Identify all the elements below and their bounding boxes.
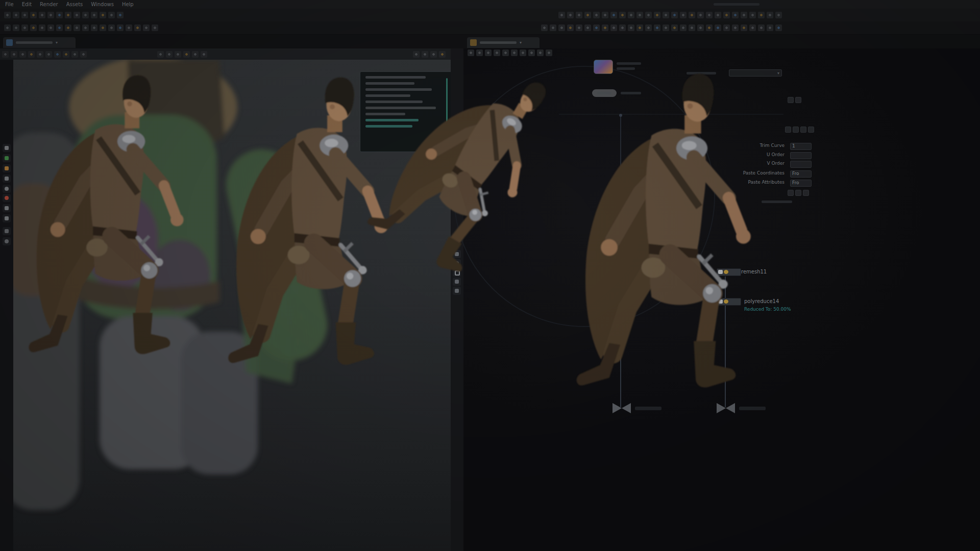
preset-dropdown[interactable]: ▾ bbox=[729, 69, 782, 77]
viewport-tool-icon[interactable] bbox=[54, 51, 61, 58]
select-tool-icon[interactable] bbox=[3, 144, 11, 152]
param-value-trim-curve[interactable]: 1 bbox=[790, 143, 812, 150]
menu-assets[interactable]: Assets bbox=[66, 2, 83, 7]
viewport-tool-icon[interactable] bbox=[157, 51, 164, 58]
pane-tab-scene-view[interactable]: ▾ bbox=[3, 37, 76, 48]
shelf-icon[interactable] bbox=[715, 24, 721, 31]
menu-render[interactable]: Render bbox=[40, 2, 58, 7]
menu-help[interactable]: Help bbox=[122, 2, 134, 7]
param-icon[interactable] bbox=[788, 97, 794, 103]
shelf-icon[interactable] bbox=[758, 12, 765, 18]
shelf-icon[interactable] bbox=[56, 12, 63, 18]
shelf-icon[interactable] bbox=[108, 24, 115, 31]
shelf-icon[interactable] bbox=[758, 24, 765, 31]
viewport-tool-icon[interactable] bbox=[175, 51, 181, 58]
move-tool-icon[interactable] bbox=[3, 154, 11, 162]
shelf-icon[interactable] bbox=[741, 24, 747, 31]
shelf-icon[interactable] bbox=[732, 24, 739, 31]
character-tool-icon[interactable] bbox=[3, 237, 11, 245]
menu-edit[interactable]: Edit bbox=[22, 2, 32, 7]
viewport-tool-icon[interactable] bbox=[2, 51, 9, 58]
shelf-icon[interactable] bbox=[100, 12, 106, 18]
shelf-icon[interactable] bbox=[65, 12, 71, 18]
display-options-hud[interactable] bbox=[360, 71, 451, 152]
shelf-icon[interactable] bbox=[13, 24, 19, 31]
magnet-tool-icon[interactable] bbox=[3, 214, 11, 222]
param-icon[interactable] bbox=[808, 127, 814, 133]
shelf-icon[interactable] bbox=[602, 12, 608, 18]
shelf-icon[interactable] bbox=[558, 24, 565, 31]
shelf-icon[interactable] bbox=[715, 12, 721, 18]
shelf-icon[interactable] bbox=[108, 12, 115, 18]
shelf-icon[interactable] bbox=[576, 24, 582, 31]
shelf-icon[interactable] bbox=[610, 12, 617, 18]
viewport-tool-icon[interactable] bbox=[71, 51, 78, 58]
shelf-icon[interactable] bbox=[126, 24, 132, 31]
shelf-icon[interactable] bbox=[636, 24, 643, 31]
shelf-icon[interactable] bbox=[91, 24, 97, 31]
shelf-icon[interactable] bbox=[39, 24, 45, 31]
shelf-icon[interactable] bbox=[663, 12, 669, 18]
viewport-tool-icon[interactable] bbox=[28, 51, 35, 58]
current-node-icon[interactable] bbox=[594, 60, 613, 74]
shelf-icon[interactable] bbox=[697, 12, 704, 18]
snap-tool-icon[interactable] bbox=[3, 194, 11, 202]
param-icon[interactable] bbox=[793, 127, 799, 133]
shelf-icon[interactable] bbox=[602, 24, 608, 31]
param-value-paste-attributes[interactable]: Fro bbox=[790, 180, 812, 187]
shelf-icon[interactable] bbox=[697, 24, 704, 31]
shelf-icon[interactable] bbox=[671, 24, 678, 31]
remesh11-node[interactable] bbox=[717, 268, 741, 276]
shelf-icon[interactable] bbox=[47, 12, 54, 18]
shelf-icon[interactable] bbox=[91, 12, 97, 18]
shelf-icon[interactable] bbox=[593, 12, 600, 18]
shelf-icon[interactable] bbox=[767, 12, 773, 18]
shelf-icon[interactable] bbox=[663, 24, 669, 31]
shelf-icon[interactable] bbox=[74, 24, 80, 31]
shelf-icon[interactable] bbox=[775, 24, 782, 31]
shelf-icon[interactable] bbox=[584, 24, 591, 31]
shelf-icon[interactable] bbox=[65, 24, 71, 31]
shelf-icon[interactable] bbox=[680, 12, 687, 18]
shelf-icon[interactable] bbox=[82, 12, 89, 18]
shelf-icon[interactable] bbox=[671, 12, 678, 18]
shelf-icon[interactable] bbox=[74, 12, 80, 18]
shelf-icon[interactable] bbox=[584, 12, 591, 18]
shelf-icon[interactable] bbox=[706, 24, 713, 31]
node-display-badge[interactable] bbox=[718, 270, 723, 274]
pose-tool-icon[interactable] bbox=[3, 174, 11, 183]
shelf-icon[interactable] bbox=[767, 24, 773, 31]
viewport-3d[interactable] bbox=[13, 60, 451, 551]
shelf-icon[interactable] bbox=[567, 24, 574, 31]
shelf-icon[interactable] bbox=[741, 12, 747, 18]
param-icon[interactable] bbox=[785, 127, 791, 133]
shelf-icon[interactable] bbox=[550, 24, 556, 31]
shelf-icon[interactable] bbox=[117, 24, 124, 31]
shelf-icon[interactable] bbox=[645, 24, 652, 31]
viewport-tool-icon[interactable] bbox=[430, 51, 437, 58]
shelf-icon[interactable] bbox=[706, 12, 713, 18]
shelf-icon[interactable] bbox=[619, 12, 626, 18]
shelf-icon[interactable] bbox=[636, 12, 643, 18]
viewport-tool-icon[interactable] bbox=[166, 51, 173, 58]
shelf-icon[interactable] bbox=[610, 24, 617, 31]
viewport-tool-icon[interactable] bbox=[413, 51, 420, 58]
shelf-icon[interactable] bbox=[21, 24, 28, 31]
view-tool-icon[interactable] bbox=[3, 185, 11, 193]
shelf-icon[interactable] bbox=[558, 12, 565, 18]
viewport-tool-icon[interactable] bbox=[80, 51, 87, 58]
param-value-u-order[interactable] bbox=[790, 152, 812, 159]
viewport-tool-icon[interactable] bbox=[37, 51, 43, 58]
shelf-icon[interactable] bbox=[628, 24, 634, 31]
shelf-icon[interactable] bbox=[117, 12, 124, 18]
viewport-tool-icon[interactable] bbox=[439, 51, 446, 58]
viewport-tool-icon[interactable] bbox=[201, 51, 207, 58]
shelf-icon[interactable] bbox=[654, 24, 660, 31]
polyreduce14-node[interactable] bbox=[717, 298, 741, 306]
node-display-badge[interactable] bbox=[718, 299, 723, 304]
shelf-icon[interactable] bbox=[723, 12, 730, 18]
param-icon[interactable] bbox=[795, 97, 801, 103]
viewport-tool-icon[interactable] bbox=[192, 51, 199, 58]
node-bypass-badge[interactable] bbox=[724, 270, 728, 274]
param-icon[interactable] bbox=[795, 190, 801, 196]
